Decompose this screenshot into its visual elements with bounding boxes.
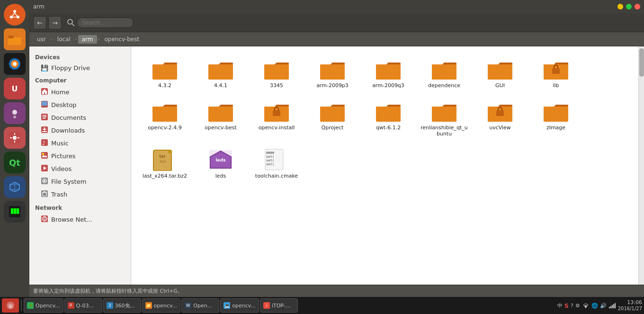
- maximize-button[interactable]: [626, 4, 632, 9]
- file-name: arm-2009p3: [316, 82, 349, 89]
- taskbar-app-0[interactable]: 🌿 Opencv...: [24, 298, 63, 313]
- svg-rect-9: [8, 36, 14, 38]
- svg-text:⊞: ⊞: [9, 304, 12, 309]
- file-item[interactable]: renlianshibie_qt_ubuntu: [418, 96, 470, 141]
- file-item[interactable]: opencv-best: [195, 96, 247, 141]
- taskbar-app-label: Open...: [193, 303, 212, 309]
- file-name: 3345: [270, 82, 283, 89]
- taskbar-app-3[interactable]: 📁 opencv...: [142, 298, 181, 313]
- file-icon: [207, 100, 234, 125]
- svg-point-17: [13, 116, 16, 118]
- file-icon: [431, 100, 457, 125]
- svg-point-16: [12, 110, 17, 115]
- file-item[interactable]: lib: [530, 54, 582, 92]
- svg-text:♪: ♪: [42, 140, 45, 146]
- taskbar-time: 13:06: [627, 299, 642, 305]
- taskbar-app-1[interactable]: P Q-03...: [64, 298, 102, 313]
- vertical-scrollbar[interactable]: [638, 46, 644, 285]
- sidebar-item-trash[interactable]: Trash: [29, 188, 131, 201]
- search-input[interactable]: [77, 18, 134, 28]
- file-item[interactable]: 4.4.1: [195, 54, 247, 92]
- svg-text:set(: set(: [266, 162, 274, 166]
- file-area: 4.3.2 4.4.1 3345 arm-2009p3 arm-2009q3 d…: [131, 46, 638, 285]
- dock-files[interactable]: [4, 28, 26, 50]
- dock-app3[interactable]: U: [4, 78, 26, 99]
- breadcrumb-item-opencv-best[interactable]: opencv-best: [101, 35, 143, 44]
- sidebar-item-floppy[interactable]: 💾 Floppy Drive: [29, 63, 131, 73]
- dock-ubuntu-one[interactable]: [4, 102, 26, 124]
- taskbar-app-4[interactable]: W Open...: [181, 298, 219, 313]
- minimize-button[interactable]: [617, 4, 623, 9]
- svg-rect-87: [612, 305, 613, 308]
- dock-terminal[interactable]: ▉▉▉: [4, 201, 26, 223]
- dock-box[interactable]: [4, 176, 26, 198]
- network-icon: [41, 215, 48, 224]
- file-item[interactable]: arm-2009q3: [362, 54, 414, 92]
- sidebar-item-home[interactable]: Home: [29, 86, 131, 99]
- videos-icon: [41, 164, 48, 173]
- file-item[interactable]: opencv-2.4.9: [139, 96, 191, 141]
- start-button[interactable]: ⊞: [2, 298, 19, 313]
- file-icon: [543, 100, 569, 125]
- sidebar-item-filesystem[interactable]: File System: [29, 175, 131, 188]
- svg-rect-41: [43, 118, 45, 119]
- svg-point-20: [13, 136, 17, 140]
- file-item[interactable]: GUI: [474, 54, 526, 92]
- network-icon2: 🌐: [591, 303, 598, 309]
- search-icon: [67, 19, 75, 27]
- dock-settings[interactable]: [4, 127, 26, 149]
- breadcrumb-item-local[interactable]: local: [54, 35, 74, 44]
- svg-line-32: [72, 24, 74, 26]
- sidebar-item-downloads[interactable]: Downloads: [29, 124, 131, 137]
- file-item[interactable]: zImage: [530, 96, 582, 141]
- sidebar-item-desktop[interactable]: Desktop: [29, 99, 131, 111]
- sidebar-item-music[interactable]: ♪ Music: [29, 137, 131, 150]
- file-item[interactable]: Qproject: [306, 96, 358, 141]
- svg-text:Qt: Qt: [9, 158, 20, 168]
- taskbar-app-2[interactable]: 3 360免...: [103, 298, 141, 313]
- filesystem-icon: [41, 177, 48, 186]
- back-button[interactable]: ←: [33, 16, 46, 29]
- dock-ubuntu[interactable]: [4, 4, 26, 26]
- svg-rect-40: [43, 117, 46, 117]
- file-item[interactable]: tar .bz2 last_x264.tar.bz2: [139, 144, 191, 183]
- sidebar-item-browse-network[interactable]: Browse Net...: [29, 213, 131, 226]
- file-item[interactable]: uvcView: [474, 96, 526, 141]
- svg-text:▉▉▉: ▉▉▉: [10, 208, 19, 214]
- svg-text:U: U: [12, 84, 18, 93]
- file-name: 4.4.1: [214, 82, 227, 89]
- file-name: Qproject: [322, 125, 344, 131]
- file-name: toolchain.cmake: [255, 173, 298, 179]
- file-item[interactable]: opencv-install: [250, 96, 303, 141]
- taskbar-app-6[interactable]: i iTOP-...: [260, 298, 298, 313]
- file-item[interactable]: leds leds: [195, 144, 247, 183]
- file-name: opencv-install: [259, 125, 295, 131]
- sidebar-item-videos[interactable]: Videos: [29, 162, 131, 175]
- forward-button[interactable]: →: [48, 16, 62, 29]
- file-icon: [487, 58, 513, 82]
- taskbar-app-label: opencv...: [154, 303, 178, 309]
- svg-point-12: [13, 62, 17, 66]
- dock-qt[interactable]: Qt: [4, 152, 26, 173]
- file-icon: [543, 58, 569, 82]
- signal-icon: [608, 302, 616, 309]
- taskbar-app-label: Opencv...: [36, 303, 60, 309]
- close-button[interactable]: [635, 4, 640, 9]
- breadcrumb-item-usr[interactable]: usr: [33, 35, 50, 44]
- file-item[interactable]: 4.3.2: [139, 54, 191, 92]
- titlebar: arm: [29, 0, 644, 13]
- file-item[interactable]: 3345: [250, 54, 303, 92]
- file-item[interactable]: #### set( set( set( toolchain.cmake: [250, 144, 303, 183]
- sidebar-item-pictures[interactable]: Pictures: [29, 150, 131, 162]
- dock-firefox[interactable]: [4, 53, 26, 75]
- file-item[interactable]: qwt-6.1.2: [362, 96, 414, 141]
- taskbar-app-label: 360免...: [115, 302, 135, 309]
- toolbar: ← →: [29, 13, 644, 32]
- sidebar-item-documents[interactable]: Documents: [29, 111, 131, 124]
- file-item[interactable]: dependence: [418, 54, 470, 92]
- breadcrumb-item-arm[interactable]: arm: [78, 35, 97, 44]
- file-item[interactable]: arm-2009p3: [306, 54, 358, 92]
- svg-rect-36: [42, 101, 47, 106]
- taskbar-app-5[interactable]: 💻 opencv...: [220, 298, 259, 313]
- file-name: 4.3.2: [158, 82, 171, 89]
